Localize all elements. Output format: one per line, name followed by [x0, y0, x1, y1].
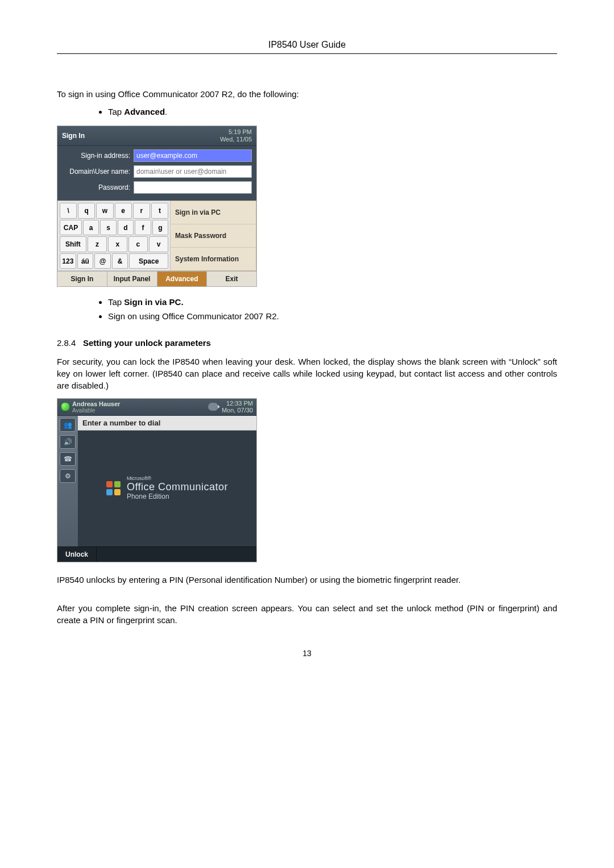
brand-sub: Phone Edition	[127, 493, 228, 500]
field-signin-address[interactable]: user@example.com	[134, 149, 252, 162]
signin-screenshot: Sign In 5:19 PM Wed, 11/05 Sign-in addre…	[57, 126, 257, 287]
bullet-item: Tap Sign in via PC.	[108, 297, 557, 307]
row-password: Password: *************	[62, 181, 252, 194]
softkey-input-panel[interactable]: Input Panel	[107, 272, 157, 286]
call-forward-icon[interactable]	[208, 403, 218, 411]
paragraph-pin-desc: IP8540 unlocks by entering a PIN (Person…	[57, 574, 557, 586]
dial-number-bar[interactable]: Enter a number to dial	[78, 416, 256, 431]
key-amp[interactable]: &	[112, 253, 128, 269]
lock-sidebar: 👥 🔊 ☎ ⚙	[57, 416, 78, 546]
lock-screenshot: Andreas Hauser Available 12:33 PM Mon, 0…	[57, 398, 257, 562]
bullet-item: Tap Advanced.	[108, 107, 557, 116]
row-domain-user: Domain\User name: domain\user or user@do…	[62, 165, 252, 178]
bullet-list-top: Tap Advanced.	[57, 107, 557, 116]
page-header-title: IP8540 User Guide	[57, 40, 557, 50]
signin-title: Sign In	[62, 132, 85, 140]
key-cap[interactable]: CAP	[60, 220, 82, 236]
bullet-suffix: .	[165, 107, 167, 116]
page-number: 13	[57, 649, 557, 658]
key[interactable]: x	[108, 236, 127, 252]
softkey-unlock[interactable]: Unlock	[57, 547, 97, 562]
key-space[interactable]: Space	[129, 253, 168, 269]
bullet-bold: Advanced	[124, 107, 165, 116]
section-title: Setting your unlock parameters	[83, 338, 211, 348]
signin-time: 5:19 PM	[229, 128, 252, 135]
menu-sign-in-via-pc[interactable]: Sign in via PC	[171, 201, 256, 224]
key-accent[interactable]: áü	[77, 253, 94, 269]
contacts-icon[interactable]: 👥	[60, 418, 76, 432]
paragraph-pin-create: After you complete sign-in, the PIN crea…	[57, 602, 557, 626]
label-domain-user: Domain\User name:	[62, 168, 134, 176]
lock-center: Microsoft® Office Communicator Phone Edi…	[78, 431, 256, 546]
lock-clock: 12:33 PM Mon, 07/30	[222, 400, 253, 414]
lock-user-block: Andreas Hauser Available	[72, 400, 120, 414]
lock-body: 👥 🔊 ☎ ⚙ Enter a number to dial Microsoft…	[57, 416, 256, 546]
field-domain-user[interactable]: domain\user or user@domain	[134, 165, 252, 178]
menu-mask-password[interactable]: Mask Password	[171, 224, 256, 248]
lock-time: 12:33 PM	[226, 400, 253, 407]
label-password: Password:	[62, 183, 134, 191]
presence-available-icon	[61, 402, 70, 411]
office-communicator-logo: Microsoft® Office Communicator Phone Edi…	[106, 476, 228, 500]
key[interactable]: w	[96, 203, 113, 219]
bullet-text: Sign on using Office Communicator 2007 R…	[108, 311, 279, 321]
field-password[interactable]: *************	[134, 181, 252, 194]
key[interactable]: t	[151, 203, 168, 219]
softkey-sign-in[interactable]: Sign In	[57, 272, 107, 286]
bullet-item: Sign on using Office Communicator 2007 R…	[108, 311, 557, 321]
bullet-list-mid: Tap Sign in via PC. Sign on using Office…	[57, 297, 557, 321]
onscreen-keyboard: \ q w e r t CAP a s d f g Shift z	[57, 201, 171, 271]
logo-text: Microsoft® Office Communicator Phone Edi…	[127, 476, 228, 500]
advanced-menu: Sign in via PC Mask Password System Info…	[171, 201, 256, 271]
key[interactable]: a	[83, 220, 99, 236]
key[interactable]: e	[115, 203, 132, 219]
row-signin-address: Sign-in address: user@example.com	[62, 149, 252, 162]
signin-titlebar: Sign In 5:19 PM Wed, 11/05	[57, 126, 256, 146]
bullet-prefix: Tap	[108, 297, 124, 307]
key[interactable]: z	[88, 236, 107, 252]
section-heading: 2.8.4 Setting your unlock parameters	[57, 337, 557, 349]
signin-clock: 5:19 PM Wed, 11/05	[220, 128, 252, 143]
key[interactable]: f	[135, 220, 151, 236]
signin-bottombar: Sign In Input Panel Advanced Exit	[57, 271, 256, 286]
softkey-advanced[interactable]: Advanced	[157, 272, 208, 286]
bullet-prefix: Tap	[108, 107, 124, 116]
lock-date: Mon, 07/30	[222, 407, 253, 414]
key[interactable]: c	[128, 236, 148, 252]
menu-system-information[interactable]: System Information	[171, 248, 256, 270]
softkey-exit[interactable]: Exit	[207, 272, 256, 286]
ms-logo-icon	[106, 481, 121, 496]
voicemail-icon[interactable]: 🔊	[60, 435, 76, 449]
label-signin-address: Sign-in address:	[62, 152, 134, 160]
signin-date: Wed, 11/05	[220, 136, 252, 143]
lock-bottombar: Unlock	[57, 546, 256, 562]
brand-big: Office Communicator	[127, 482, 228, 493]
header-rule	[57, 53, 557, 54]
lock-titlebar: Andreas Hauser Available 12:33 PM Mon, 0…	[57, 399, 256, 415]
signin-form: Sign-in address: user@example.com Domain…	[57, 146, 256, 201]
lock-status: Available	[72, 407, 120, 414]
key[interactable]: g	[152, 220, 168, 236]
lock-username: Andreas Hauser	[72, 400, 120, 407]
lock-main: Enter a number to dial Microsoft® Office…	[78, 416, 256, 546]
key[interactable]: v	[149, 236, 168, 252]
call-log-icon[interactable]: ☎	[60, 452, 76, 466]
intro-paragraph: To sign in using Office Communicator 200…	[57, 88, 557, 100]
key[interactable]: \	[60, 203, 77, 219]
paragraph-unlock-desc: For security, you can lock the IP8540 wh…	[57, 356, 557, 391]
key[interactable]: r	[133, 203, 150, 219]
settings-gear-icon[interactable]: ⚙	[60, 469, 76, 483]
key-123[interactable]: 123	[60, 253, 76, 269]
key[interactable]: q	[78, 203, 95, 219]
section-number: 2.8.4	[57, 338, 76, 348]
bullet-bold: Sign in via PC.	[124, 297, 183, 307]
key[interactable]: d	[118, 220, 134, 236]
key-shift[interactable]: Shift	[60, 236, 86, 252]
signin-mid: \ q w e r t CAP a s d f g Shift z	[57, 201, 256, 271]
key[interactable]: s	[100, 220, 116, 236]
key-at[interactable]: @	[94, 253, 111, 269]
